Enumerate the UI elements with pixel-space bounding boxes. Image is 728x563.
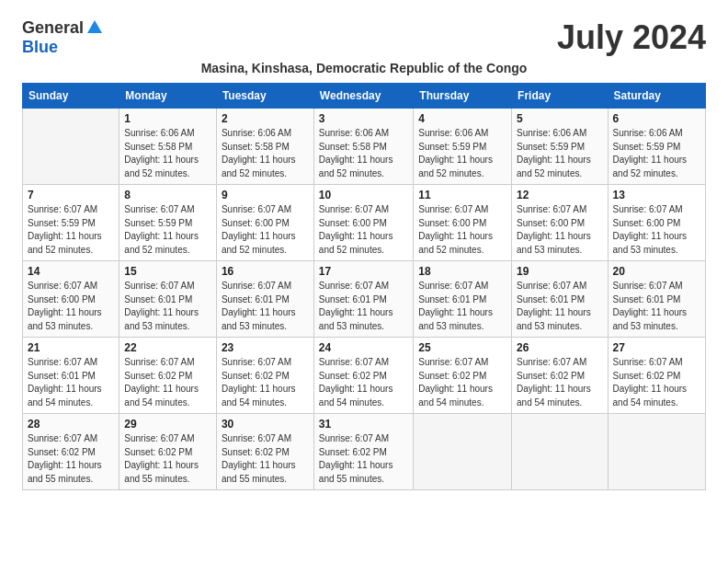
- calendar-cell: 14Sunrise: 6:07 AMSunset: 6:00 PMDayligh…: [23, 261, 119, 338]
- calendar-cell: 7Sunrise: 6:07 AMSunset: 5:59 PMDaylight…: [23, 185, 119, 261]
- day-number: 11: [418, 189, 506, 201]
- calendar-cell: 12Sunrise: 6:07 AMSunset: 6:00 PMDayligh…: [512, 185, 608, 261]
- day-number: 15: [124, 265, 211, 278]
- calendar-cell: 29Sunrise: 6:07 AMSunset: 6:02 PMDayligh…: [119, 414, 217, 490]
- calendar-body: 1Sunrise: 6:06 AMSunset: 5:58 PMDaylight…: [23, 109, 706, 490]
- day-number: 13: [613, 189, 700, 201]
- calendar-week-row: 1Sunrise: 6:06 AMSunset: 5:58 PMDaylight…: [23, 109, 706, 185]
- logo-general-text: General: [22, 19, 84, 38]
- calendar-cell: [608, 414, 705, 490]
- calendar-cell: 26Sunrise: 6:07 AMSunset: 6:02 PMDayligh…: [512, 338, 608, 414]
- svg-marker-0: [87, 20, 102, 33]
- logo-blue-text: Blue: [22, 39, 58, 57]
- calendar-header-row: SundayMondayTuesdayWednesdayThursdayFrid…: [23, 84, 706, 109]
- calendar-header-cell: Monday: [119, 84, 217, 109]
- subtitle: Masina, Kinshasa, Democratic Republic of…: [22, 61, 706, 75]
- day-info: Sunrise: 6:07 AMSunset: 6:02 PMDaylight:…: [613, 356, 700, 409]
- day-number: 23: [222, 341, 309, 354]
- day-number: 25: [418, 341, 506, 354]
- day-number: 7: [28, 189, 114, 201]
- day-info: Sunrise: 6:07 AMSunset: 6:01 PMDaylight:…: [418, 280, 506, 333]
- day-number: 5: [517, 112, 602, 125]
- day-info: Sunrise: 6:07 AMSunset: 6:02 PMDaylight:…: [418, 356, 506, 409]
- day-info: Sunrise: 6:07 AMSunset: 6:00 PMDaylight:…: [517, 203, 602, 257]
- calendar-cell: 31Sunrise: 6:07 AMSunset: 6:02 PMDayligh…: [313, 414, 413, 490]
- header: General Blue July 2024: [22, 18, 706, 57]
- day-number: 29: [124, 418, 211, 431]
- day-info: Sunrise: 6:07 AMSunset: 6:02 PMDaylight:…: [222, 432, 309, 486]
- day-number: 28: [28, 418, 114, 431]
- calendar-header-cell: Wednesday: [313, 84, 413, 109]
- day-number: 18: [418, 265, 506, 278]
- calendar-cell: 3Sunrise: 6:06 AMSunset: 5:58 PMDaylight…: [313, 109, 413, 185]
- logo: General Blue: [22, 18, 103, 57]
- calendar-cell: 22Sunrise: 6:07 AMSunset: 6:02 PMDayligh…: [119, 338, 217, 414]
- day-number: 24: [319, 341, 408, 354]
- calendar-cell: 15Sunrise: 6:07 AMSunset: 6:01 PMDayligh…: [119, 261, 217, 338]
- calendar-cell: 19Sunrise: 6:07 AMSunset: 6:01 PMDayligh…: [512, 261, 608, 338]
- calendar-cell: 28Sunrise: 6:07 AMSunset: 6:02 PMDayligh…: [23, 414, 119, 490]
- calendar-header-cell: Saturday: [608, 84, 705, 109]
- day-number: 4: [418, 112, 506, 125]
- day-info: Sunrise: 6:06 AMSunset: 5:58 PMDaylight:…: [319, 127, 408, 180]
- day-info: Sunrise: 6:06 AMSunset: 5:58 PMDaylight:…: [124, 127, 211, 180]
- day-info: Sunrise: 6:07 AMSunset: 6:01 PMDaylight:…: [319, 280, 408, 333]
- day-number: 2: [222, 112, 309, 125]
- day-info: Sunrise: 6:07 AMSunset: 6:00 PMDaylight:…: [222, 203, 309, 257]
- calendar-cell: 2Sunrise: 6:06 AMSunset: 5:58 PMDaylight…: [216, 109, 313, 185]
- calendar-header-cell: Thursday: [414, 84, 512, 109]
- logo-icon: [86, 18, 103, 35]
- day-info: Sunrise: 6:06 AMSunset: 5:59 PMDaylight:…: [613, 127, 700, 180]
- day-number: 21: [28, 341, 114, 354]
- day-number: 14: [28, 265, 114, 278]
- day-info: Sunrise: 6:07 AMSunset: 6:02 PMDaylight:…: [319, 432, 408, 486]
- day-number: 22: [124, 341, 211, 354]
- day-info: Sunrise: 6:07 AMSunset: 6:01 PMDaylight:…: [613, 280, 700, 333]
- calendar-cell: [23, 109, 119, 185]
- day-number: 17: [319, 265, 408, 278]
- day-number: 31: [319, 418, 408, 431]
- calendar-cell: 18Sunrise: 6:07 AMSunset: 6:01 PMDayligh…: [414, 261, 512, 338]
- day-info: Sunrise: 6:07 AMSunset: 6:00 PMDaylight:…: [418, 203, 506, 257]
- day-number: 8: [124, 189, 211, 201]
- day-number: 30: [222, 418, 309, 431]
- calendar-cell: 6Sunrise: 6:06 AMSunset: 5:59 PMDaylight…: [608, 109, 705, 185]
- day-number: 10: [319, 189, 408, 201]
- day-info: Sunrise: 6:07 AMSunset: 6:02 PMDaylight:…: [222, 356, 309, 409]
- calendar-cell: 30Sunrise: 6:07 AMSunset: 6:02 PMDayligh…: [216, 414, 313, 490]
- calendar-header-cell: Tuesday: [216, 84, 313, 109]
- calendar-cell: 16Sunrise: 6:07 AMSunset: 6:01 PMDayligh…: [216, 261, 313, 338]
- day-number: 27: [613, 341, 700, 354]
- calendar-cell: 1Sunrise: 6:06 AMSunset: 5:58 PMDaylight…: [119, 109, 217, 185]
- calendar-cell: [512, 414, 608, 490]
- day-info: Sunrise: 6:07 AMSunset: 6:00 PMDaylight:…: [613, 203, 700, 257]
- calendar-cell: 24Sunrise: 6:07 AMSunset: 6:02 PMDayligh…: [313, 338, 413, 414]
- calendar-cell: 25Sunrise: 6:07 AMSunset: 6:02 PMDayligh…: [414, 338, 512, 414]
- calendar-cell: 11Sunrise: 6:07 AMSunset: 6:00 PMDayligh…: [414, 185, 512, 261]
- day-info: Sunrise: 6:07 AMSunset: 6:01 PMDaylight:…: [124, 280, 211, 333]
- page-title: July 2024: [557, 18, 706, 57]
- calendar-week-row: 21Sunrise: 6:07 AMSunset: 6:01 PMDayligh…: [23, 338, 706, 414]
- day-info: Sunrise: 6:07 AMSunset: 6:02 PMDaylight:…: [517, 356, 602, 409]
- calendar-cell: 23Sunrise: 6:07 AMSunset: 6:02 PMDayligh…: [216, 338, 313, 414]
- calendar-cell: [414, 414, 512, 490]
- calendar-header-cell: Sunday: [23, 84, 119, 109]
- day-info: Sunrise: 6:07 AMSunset: 6:00 PMDaylight:…: [319, 203, 408, 257]
- day-number: 6: [613, 112, 700, 125]
- day-info: Sunrise: 6:06 AMSunset: 5:59 PMDaylight:…: [418, 127, 506, 180]
- calendar-cell: 5Sunrise: 6:06 AMSunset: 5:59 PMDaylight…: [512, 109, 608, 185]
- day-info: Sunrise: 6:07 AMSunset: 6:02 PMDaylight:…: [319, 356, 408, 409]
- calendar-cell: 17Sunrise: 6:07 AMSunset: 6:01 PMDayligh…: [313, 261, 413, 338]
- day-info: Sunrise: 6:07 AMSunset: 6:01 PMDaylight:…: [222, 280, 309, 333]
- day-info: Sunrise: 6:07 AMSunset: 6:00 PMDaylight:…: [28, 280, 114, 333]
- calendar-cell: 13Sunrise: 6:07 AMSunset: 6:00 PMDayligh…: [608, 185, 705, 261]
- day-info: Sunrise: 6:06 AMSunset: 5:58 PMDaylight:…: [222, 127, 309, 180]
- day-number: 19: [517, 265, 602, 278]
- calendar-cell: 10Sunrise: 6:07 AMSunset: 6:00 PMDayligh…: [313, 185, 413, 261]
- day-number: 12: [517, 189, 602, 201]
- day-number: 16: [222, 265, 309, 278]
- day-info: Sunrise: 6:07 AMSunset: 6:01 PMDaylight:…: [517, 280, 602, 333]
- calendar-week-row: 28Sunrise: 6:07 AMSunset: 6:02 PMDayligh…: [23, 414, 706, 490]
- day-number: 20: [613, 265, 700, 278]
- calendar-cell: 4Sunrise: 6:06 AMSunset: 5:59 PMDaylight…: [414, 109, 512, 185]
